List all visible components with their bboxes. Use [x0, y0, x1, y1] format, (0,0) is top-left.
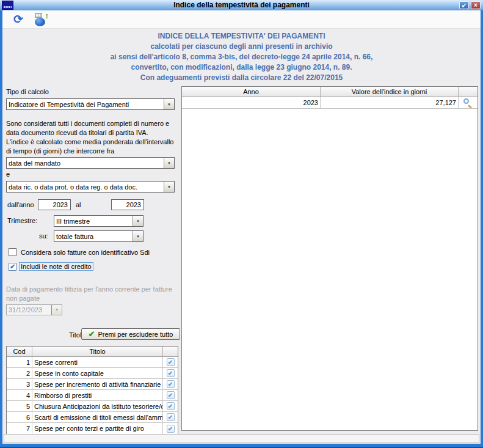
table-row: 3 Spese per incremento di attività finan…: [7, 379, 178, 390]
year-to-label: al: [76, 201, 81, 208]
row-checkbox[interactable]: ✔: [167, 380, 175, 388]
cod-cell: 4: [7, 390, 32, 400]
titoli-table-header: Cod Titolo: [7, 347, 178, 357]
app-window: Indice della tempestività dei pagamenti …: [0, 0, 483, 448]
table-row: 7 Spese per conto terzi e partite di gir…: [7, 423, 178, 434]
table-row: 5 Chiusura Anticipazioni da istituto tes…: [7, 401, 178, 412]
green-check-icon: ✔: [89, 329, 95, 339]
anno-cell: 2023: [182, 97, 321, 108]
exclude-all-button-label: Premi per escludere tutto: [98, 331, 173, 338]
table-row: 1 Spese correnti ✔: [7, 357, 178, 368]
cod-cell: 2: [7, 368, 32, 378]
export-button[interactable]: ↑: [34, 12, 49, 27]
titolo-cell: Rimborso di prestiti: [32, 390, 163, 400]
titolo-cell: Chiusura Anticipazioni da istituto tesor…: [32, 401, 163, 411]
row-checkbox[interactable]: ✔: [167, 402, 175, 410]
chevron-down-icon[interactable]: ▼: [133, 216, 143, 226]
exclude-all-button[interactable]: ✔ Premi per escludere tutto: [81, 328, 180, 340]
restore-window-button[interactable]: ↙: [459, 1, 469, 9]
titolo-cell: Spese correnti: [32, 357, 163, 367]
results-table-header: Anno Valore dell'indice in giorni: [182, 87, 478, 97]
row-checkbox[interactable]: ✔: [167, 358, 175, 366]
date-from-value: data del mandato: [7, 160, 164, 167]
date-to-select[interactable]: data ric. o data prot. o data reg. o dat…: [6, 181, 175, 193]
client-area: ⟳ ↑ INDICE DELLA TEMPESTIVITA' DEI PAGAM…: [2, 10, 481, 444]
close-icon: ×: [474, 2, 478, 9]
chevron-down-icon: ▼: [51, 305, 62, 315]
tipo-di-calcolo-select[interactable]: Indicatore di Tempestività dei Pagamenti…: [6, 98, 175, 110]
header-line-5: Con adeguamenti previsti dalla circolare…: [2, 73, 481, 83]
row-checkbox[interactable]: ✔: [167, 413, 175, 421]
year-from-label: dall'anno: [7, 201, 34, 208]
header-line-1: INDICE DELLA TEMPESTIVITA' DEI PAGAMENTI: [2, 31, 481, 42]
row-checkbox[interactable]: ✔: [167, 425, 175, 433]
su-select[interactable]: totale fattura ▼: [54, 230, 143, 242]
date-from-select[interactable]: data del mandato ▼: [6, 157, 175, 169]
trimestre-select[interactable]: III trimestre ▼: [54, 215, 143, 227]
su-value: totale fattura: [54, 233, 133, 240]
valore-cell: 27,127: [321, 97, 459, 108]
title-bar: Indice della tempestività dei pagamenti …: [0, 0, 483, 10]
col-header-titolo: Titolo: [32, 347, 163, 356]
date-to-value: data ric. o data prot. o data reg. o dat…: [7, 183, 164, 191]
results-table: Anno Valore dell'indice in giorni 2023 2…: [181, 86, 478, 431]
results-row: 2023 27,127: [182, 97, 478, 109]
include-credit-notes-checkbox[interactable]: ✔: [9, 263, 16, 271]
tipo-di-calcolo-label: Tipo di calcolo: [6, 88, 49, 95]
status-bar: [4, 434, 479, 443]
header-line-3: ai sensi dell'articolo 8, comma 3-bis, d…: [2, 52, 481, 62]
titolo-cell: Spese per conto terzi e partite di giro: [32, 423, 163, 434]
refresh-icon: ⟳: [11, 12, 26, 27]
chevron-down-icon[interactable]: ▼: [164, 182, 174, 192]
calculation-description: Sono considerati tutti i documenti compl…: [6, 119, 180, 156]
su-label: su:: [39, 232, 48, 240]
include-credit-notes-label: Includi le note di credito: [19, 262, 93, 271]
col-header-cod: Cod: [7, 347, 32, 356]
close-window-button[interactable]: ×: [471, 1, 481, 9]
fictitious-date-select: 31/12/2023 ▼: [6, 304, 62, 315]
col-header-check: [163, 347, 178, 356]
fictitious-date-label: Data di pagamento fittizia per l'anno co…: [6, 285, 176, 303]
cod-cell: 1: [7, 357, 32, 367]
col-header-anno: Anno: [182, 87, 321, 97]
tipo-di-calcolo-value: Indicatore di Tempestività dei Pagamenti: [7, 101, 164, 108]
page-header: INDICE DELLA TEMPESTIVITA' DEI PAGAMENTI…: [2, 31, 481, 83]
chevron-down-icon[interactable]: ▼: [133, 231, 143, 241]
titolo-cell: Spese in conto capitale: [32, 368, 163, 378]
table-row: 2 Spese in conto capitale ✔: [7, 368, 178, 379]
year-to-input[interactable]: [111, 199, 144, 210]
col-header-detail: [459, 87, 478, 97]
header-line-4: convertito, con modificazioni, dalla leg…: [2, 62, 481, 73]
export-arrow-icon: ↑: [45, 11, 49, 20]
refresh-button[interactable]: ⟳: [11, 12, 26, 27]
titolo-cell: Spese per incremento di attività finanzi…: [32, 379, 163, 389]
cod-cell: 3: [7, 379, 32, 389]
year-from-input[interactable]: [38, 199, 71, 210]
table-row: 4 Rimborso di prestiti ✔: [7, 390, 178, 401]
export-icon: [35, 18, 45, 26]
chevron-down-icon[interactable]: ▼: [164, 158, 174, 168]
trimestre-value: III trimestre: [54, 218, 133, 225]
restore-icon: ↙: [462, 2, 467, 9]
sdi-only-checkbox[interactable]: [9, 248, 16, 256]
check-icon: ✔: [10, 263, 15, 270]
row-checkbox[interactable]: ✔: [167, 369, 175, 377]
fictitious-date-value: 31/12/2023: [7, 306, 51, 314]
titolo-cell: Scarti di emissione di titoli emessi dal…: [32, 412, 163, 422]
cod-cell: 7: [7, 423, 32, 434]
magnifier-icon[interactable]: [463, 98, 473, 108]
col-header-valore: Valore dell'indice in giorni: [321, 87, 459, 97]
window-title: Indice della tempestività dei pagamenti: [0, 1, 483, 9]
trimestre-label: Trimestre:: [7, 217, 37, 224]
cod-cell: 6: [7, 412, 32, 422]
table-row: 6 Scarti di emissione di titoli emessi d…: [7, 412, 178, 423]
titoli-table: Cod Titolo 1 Spese correnti ✔ 2 Spese in…: [6, 346, 178, 435]
cod-cell: 5: [7, 401, 32, 411]
export-grid-icon: [35, 13, 42, 18]
toolbar: ⟳ ↑: [2, 10, 481, 29]
sdi-only-label: Considera solo fatture con identificativ…: [21, 249, 150, 256]
chevron-down-icon[interactable]: ▼: [164, 99, 174, 109]
and-label: e: [6, 171, 10, 178]
row-checkbox[interactable]: ✔: [167, 391, 175, 399]
header-line-2: calcolati per ciascuno degli anni presen…: [2, 42, 481, 52]
